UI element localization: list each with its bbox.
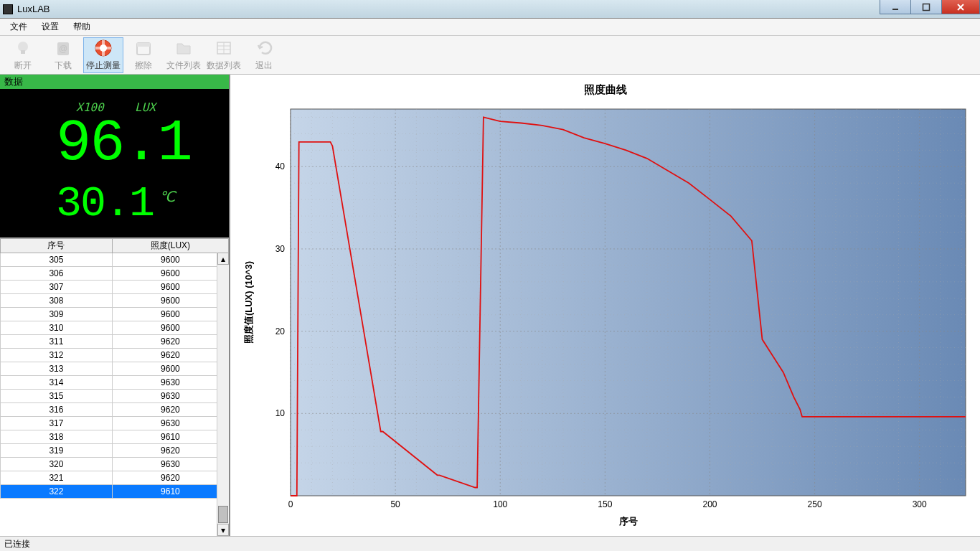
status-text: 已连接 xyxy=(4,539,30,549)
table-row[interactable]: 3199620 xyxy=(1,444,229,458)
sidebar-header: 数据 xyxy=(0,75,229,89)
svg-point-4 xyxy=(18,42,28,52)
svg-text:照度曲线: 照度曲线 xyxy=(584,83,627,95)
menu-bar: 文件 设置 帮助 xyxy=(0,19,980,36)
table-row[interactable]: 3099600 xyxy=(1,308,229,321)
svg-text:300: 300 xyxy=(913,499,927,509)
svg-rect-13 xyxy=(137,43,150,47)
table-icon xyxy=(214,38,234,58)
scroll-up-button[interactable]: ▴ xyxy=(217,253,229,265)
svg-text:0: 0 xyxy=(288,499,293,509)
lifebuoy-icon xyxy=(93,38,113,58)
svg-text:@: @ xyxy=(59,44,67,54)
svg-rect-19 xyxy=(291,109,966,496)
exit-button[interactable]: 退出 xyxy=(244,37,284,73)
window-titlebar: LuxLAB xyxy=(0,0,980,19)
data-list-button[interactable]: 数据列表 xyxy=(204,37,244,73)
svg-text:250: 250 xyxy=(808,499,822,509)
svg-text:序号: 序号 xyxy=(618,516,638,527)
lcd-temp-value: 30.1 xyxy=(56,182,154,225)
calendar-clear-icon xyxy=(133,38,154,58)
lux-chart[interactable]: 照度曲线05010015020025030010203040序号照度值(LUX)… xyxy=(236,80,974,530)
table-row[interactable]: 3169620 xyxy=(1,403,229,417)
svg-rect-11 xyxy=(95,47,111,50)
app-icon xyxy=(3,4,13,14)
undo-icon xyxy=(254,38,274,58)
col-lux-header[interactable]: 照度(LUX) xyxy=(112,239,228,253)
table-row[interactable]: 3149630 xyxy=(1,376,229,390)
lcd-temp-unit: ℃ xyxy=(159,188,175,205)
file-list-button[interactable]: 文件列表 xyxy=(164,37,204,73)
svg-rect-1 xyxy=(923,4,930,10)
svg-text:150: 150 xyxy=(598,499,612,509)
svg-text:20: 20 xyxy=(275,326,286,336)
table-scrollbar[interactable]: ▴ ▾ xyxy=(217,253,229,536)
table-row[interactable]: 3189610 xyxy=(1,430,229,444)
svg-text:30: 30 xyxy=(275,244,286,254)
table-row[interactable]: 3079600 xyxy=(1,281,229,294)
table-row[interactable]: 3229610 xyxy=(1,485,229,499)
minimize-button[interactable] xyxy=(880,0,911,14)
table-row[interactable]: 3119620 xyxy=(1,335,229,349)
download-button[interactable]: @ 下载 xyxy=(43,37,83,73)
status-bar: 已连接 xyxy=(0,536,980,551)
scroll-thumb[interactable] xyxy=(218,506,228,523)
stop-measure-button[interactable]: 停止测量 xyxy=(83,37,123,73)
svg-text:50: 50 xyxy=(390,499,400,509)
menu-help[interactable]: 帮助 xyxy=(66,19,98,34)
chart-panel: 照度曲线05010015020025030010203040序号照度值(LUX)… xyxy=(230,75,980,536)
toolbar: 断开 @ 下载 停止测量 擦除 文件列表 数据列表 退出 xyxy=(0,36,980,75)
data-sidebar: 数据 X100 LUX 96.1 30.1 ℃ 序号 照度(LUX) 30596… xyxy=(0,75,230,536)
table-row[interactable]: 3219620 xyxy=(1,471,229,485)
table-row[interactable]: 3059600 xyxy=(1,253,229,267)
lcd-lux-value: 96.1 xyxy=(56,115,192,174)
svg-rect-5 xyxy=(21,50,25,54)
book-icon: @ xyxy=(53,38,73,58)
window-title: LuxLAB xyxy=(17,4,50,14)
svg-text:100: 100 xyxy=(493,499,507,509)
table-row[interactable]: 3129620 xyxy=(1,349,229,362)
svg-text:200: 200 xyxy=(702,499,717,509)
table-row[interactable]: 3209630 xyxy=(1,458,229,471)
data-table[interactable]: 序号 照度(LUX) 30596003069600307960030896003… xyxy=(0,238,229,499)
svg-text:40: 40 xyxy=(275,161,286,171)
menu-settings[interactable]: 设置 xyxy=(34,19,66,34)
table-row[interactable]: 3109600 xyxy=(1,321,229,335)
lcd-display: X100 LUX 96.1 30.1 ℃ xyxy=(0,89,229,237)
table-row[interactable]: 3159630 xyxy=(1,390,229,403)
close-button[interactable] xyxy=(941,0,980,14)
menu-file[interactable]: 文件 xyxy=(3,19,34,34)
clear-button[interactable]: 擦除 xyxy=(123,37,164,73)
table-row[interactable]: 3179630 xyxy=(1,417,229,430)
maximize-button[interactable] xyxy=(910,0,942,14)
table-row[interactable]: 3139600 xyxy=(1,362,229,376)
table-row[interactable]: 3089600 xyxy=(1,294,229,308)
col-index-header[interactable]: 序号 xyxy=(1,239,113,253)
svg-text:10: 10 xyxy=(275,408,286,418)
disconnect-button[interactable]: 断开 xyxy=(3,37,43,73)
svg-text:照度值(LUX) (10^3): 照度值(LUX) (10^3) xyxy=(243,261,254,344)
data-table-container: 序号 照度(LUX) 30596003069600307960030896003… xyxy=(0,237,229,536)
scroll-down-button[interactable]: ▾ xyxy=(217,524,229,536)
lightbulb-icon xyxy=(13,38,33,58)
folder-icon xyxy=(174,38,194,58)
table-row[interactable]: 3069600 xyxy=(1,267,229,281)
